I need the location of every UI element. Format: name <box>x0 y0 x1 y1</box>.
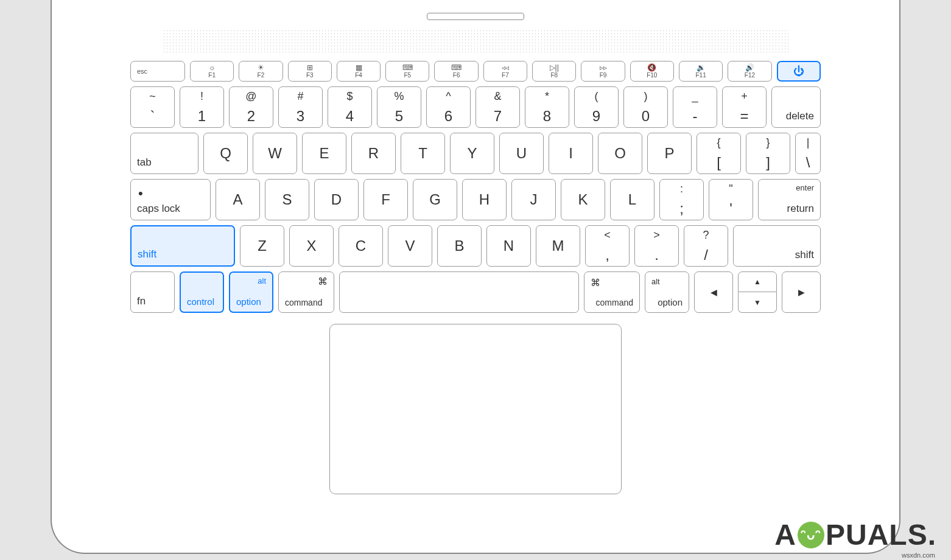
volume-down-icon: 🔉 <box>697 64 706 71</box>
key-m[interactable]: M <box>536 225 580 267</box>
appuals-face-icon: ᵔᴗᵔ <box>798 522 824 548</box>
key-k[interactable]: K <box>561 179 605 220</box>
key-j[interactable]: J <box>511 179 556 220</box>
key-f11[interactable]: 🔉F11 <box>679 61 723 82</box>
keyboard: esc ☼F1 ☀F2 ⊞F3 ▦F4 ⌨F5 ⌨F6 ◃◃F7 ▷||F8 ▹… <box>130 61 821 313</box>
volume-up-icon: 🔊 <box>745 64 754 71</box>
key-left-command[interactable]: ⌘command <box>278 271 334 313</box>
key-slash[interactable]: ?/ <box>684 225 728 267</box>
key-6[interactable]: ^6 <box>426 86 471 128</box>
key-s[interactable]: S <box>265 179 309 220</box>
key-arrow-down[interactable]: ▼ <box>738 292 777 313</box>
trackpad[interactable] <box>329 324 622 494</box>
key-t[interactable]: T <box>401 133 445 174</box>
key-4[interactable]: $4 <box>328 86 372 128</box>
key-right-option[interactable]: altoption <box>645 271 689 313</box>
home-row: •caps lock A S D F G H J K L :; "' enter… <box>130 179 821 220</box>
key-backtick[interactable]: ~` <box>130 86 175 128</box>
key-quote[interactable]: "' <box>709 179 753 220</box>
key-f5[interactable]: ⌨F5 <box>385 61 429 82</box>
key-bracket-close[interactable]: }] <box>746 133 790 174</box>
key-1[interactable]: !1 <box>180 86 224 128</box>
command-icon: ⌘ <box>591 277 600 289</box>
arrow-cluster: ◀ ▲ ▼ ▶ <box>694 271 821 313</box>
keyboard-bright-icon: ⌨ <box>451 64 461 71</box>
key-left-shift[interactable]: shift <box>130 225 235 267</box>
key-comma[interactable]: <, <box>585 225 630 267</box>
key-return[interactable]: enterreturn <box>758 179 821 220</box>
key-2[interactable]: @2 <box>229 86 273 128</box>
key-f7[interactable]: ◃◃F7 <box>483 61 527 82</box>
fast-forward-icon: ▹▹ <box>600 64 607 71</box>
key-f12[interactable]: 🔊F12 <box>728 61 771 82</box>
key-d[interactable]: D <box>314 179 359 220</box>
command-icon: ⌘ <box>318 276 328 287</box>
key-x[interactable]: X <box>289 225 334 267</box>
key-u[interactable]: U <box>499 133 544 174</box>
key-f8[interactable]: ▷||F8 <box>532 61 576 82</box>
key-7[interactable]: &7 <box>476 86 520 128</box>
key-l[interactable]: L <box>610 179 654 220</box>
key-period[interactable]: >. <box>634 225 679 267</box>
key-f10[interactable]: 🔇F10 <box>630 61 674 82</box>
key-0[interactable]: )0 <box>623 86 668 128</box>
key-f2[interactable]: ☀F2 <box>239 61 282 82</box>
key-w[interactable]: W <box>253 133 297 174</box>
caps-indicator-icon: • <box>138 186 143 201</box>
esc-label: esc <box>137 68 147 75</box>
key-right-command[interactable]: ⌘command <box>584 271 640 313</box>
key-h[interactable]: H <box>462 179 507 220</box>
key-caps-lock[interactable]: •caps lock <box>130 179 211 220</box>
key-arrow-right[interactable]: ▶ <box>782 271 821 313</box>
key-f3[interactable]: ⊞F3 <box>288 61 332 82</box>
function-row: esc ☼F1 ☀F2 ⊞F3 ▦F4 ⌨F5 ⌨F6 ◃◃F7 ▷||F8 ▹… <box>130 61 821 82</box>
key-backslash[interactable]: |\ <box>795 133 821 174</box>
key-a[interactable]: A <box>216 179 260 220</box>
keyboard-dim-icon: ⌨ <box>402 64 413 71</box>
key-v[interactable]: V <box>388 225 432 267</box>
key-control[interactable]: control <box>180 271 224 313</box>
key-p[interactable]: P <box>647 133 692 174</box>
key-f1[interactable]: ☼F1 <box>190 61 234 82</box>
key-e[interactable]: E <box>302 133 346 174</box>
watermark-url: wsxdn.com <box>902 551 935 559</box>
key-i[interactable]: I <box>549 133 593 174</box>
key-fn[interactable]: fn <box>130 271 175 313</box>
key-power[interactable]: ⏻ <box>777 61 821 82</box>
key-left-option[interactable]: altoption <box>229 271 273 313</box>
speaker-grille <box>163 29 788 55</box>
key-9[interactable]: (9 <box>574 86 619 128</box>
key-g[interactable]: G <box>413 179 457 220</box>
key-5[interactable]: %5 <box>377 86 421 128</box>
key-minus[interactable]: _- <box>673 86 717 128</box>
key-8[interactable]: *8 <box>525 86 569 128</box>
key-right-shift[interactable]: shift <box>733 225 821 267</box>
key-o[interactable]: O <box>598 133 642 174</box>
key-arrow-left[interactable]: ◀ <box>694 271 733 313</box>
key-f[interactable]: F <box>363 179 408 220</box>
key-bracket-open[interactable]: {[ <box>697 133 741 174</box>
key-3[interactable]: #3 <box>278 86 323 128</box>
key-r[interactable]: R <box>351 133 396 174</box>
key-space[interactable] <box>339 271 579 313</box>
key-delete[interactable]: delete <box>771 86 821 128</box>
key-z[interactable]: Z <box>240 225 284 267</box>
key-b[interactable]: B <box>437 225 482 267</box>
key-equals[interactable]: += <box>722 86 767 128</box>
launchpad-icon: ▦ <box>356 64 362 71</box>
key-f9[interactable]: ▹▹F9 <box>581 61 625 82</box>
key-f4[interactable]: ▦F4 <box>337 61 381 82</box>
play-pause-icon: ▷|| <box>550 64 559 71</box>
key-esc[interactable]: esc <box>130 61 185 82</box>
watermark-logo: A ᵔᴗᵔ PUALS. <box>774 518 936 551</box>
key-n[interactable]: N <box>486 225 531 267</box>
key-c[interactable]: C <box>339 225 383 267</box>
key-f6[interactable]: ⌨F6 <box>434 61 478 82</box>
key-q[interactable]: Q <box>203 133 248 174</box>
key-y[interactable]: Y <box>450 133 494 174</box>
key-tab[interactable]: tab <box>130 133 198 174</box>
key-semicolon[interactable]: :; <box>659 179 704 220</box>
mute-icon: 🔇 <box>647 64 656 71</box>
key-arrow-up[interactable]: ▲ <box>738 271 777 292</box>
bottom-row: fn control altoption ⌘command ⌘command a… <box>130 271 821 313</box>
